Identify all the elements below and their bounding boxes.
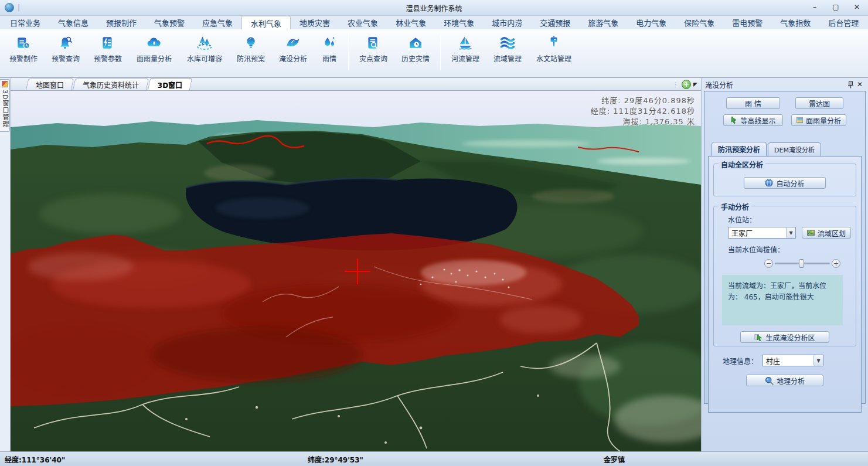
pin-icon[interactable] — [846, 80, 855, 89]
add-tab-button[interactable]: + — [682, 80, 691, 89]
left-dock-strip: 3D窗口管理 — [0, 78, 11, 451]
menu-item-agriculture[interactable]: 农业气象 — [339, 16, 387, 29]
manual-analysis-group: 手动分析 水位站： 王家厂 ▼ 流域区划 当 — [713, 206, 856, 346]
panel-title: 淹没分析 — [705, 80, 846, 90]
tool-rain-condition[interactable]: 雨情 — [314, 33, 345, 63]
tool-river-management[interactable]: 河流管理 — [444, 33, 486, 63]
auto-analysis-button[interactable]: 自动分析 — [744, 177, 826, 189]
hydro-station-icon — [545, 34, 563, 52]
status-longitude: 经度:111°36'40" — [5, 454, 65, 464]
tab-weather-history-stats[interactable]: 气象历史资料统计 — [73, 79, 149, 90]
tab-3d-window[interactable]: 3D窗口 — [148, 78, 193, 90]
menu-item-weather-info[interactable]: 气象信息 — [49, 16, 97, 29]
bulb-icon — [242, 34, 260, 52]
basin-zoning-button[interactable]: 流域区划 — [802, 227, 851, 239]
tab-flood-plan-analysis[interactable]: 防汛预案分析 — [712, 142, 767, 156]
3d-window-manager-tab[interactable]: 3D窗口管理 — [0, 79, 10, 132]
tab-dropdown-arrow-icon[interactable]: ◤ — [693, 81, 697, 87]
latitude-readout: 纬度: 29度46分0.898秒 — [591, 96, 695, 106]
document-edit-icon — [15, 34, 32, 52]
menu-item-insurance[interactable]: 保险气象 — [675, 16, 723, 29]
3d-map-view[interactable]: 纬度: 29度46分0.898秒 经度: 111度31分42.618秒 海拔: … — [11, 91, 701, 451]
tab-dem-flood-analysis[interactable]: DEM淹没分析 — [768, 142, 821, 156]
chevron-down-icon[interactable]: ▼ — [813, 355, 823, 366]
window-manager-icon — [2, 81, 8, 87]
tool-hydro-station-management[interactable]: 水文站管理 — [529, 33, 579, 63]
document-tab-bar: 地图窗口 气象历史资料统计 3D窗口 ⋮ + ◤ — [11, 78, 701, 91]
station-combo-value: 王家厂 — [729, 228, 786, 238]
radar-chart-button[interactable]: 雷达图 — [795, 97, 843, 109]
reservoir-trees-icon — [196, 34, 213, 52]
menu-item-warning[interactable]: 气象预警 — [145, 16, 193, 29]
geo-info-label: 地理信息： — [723, 356, 758, 366]
menu-item-admin[interactable]: 后台管理 — [819, 16, 867, 29]
menu-item-power[interactable]: 电力气象 — [627, 16, 675, 29]
contour-display-button[interactable]: 等高线显示 — [723, 114, 783, 126]
tool-warning-params[interactable]: 预警参数 — [87, 33, 129, 63]
water-level-label: 当前水位海拔值： — [728, 244, 851, 254]
tool-warning-query[interactable]: 预警查询 — [45, 33, 87, 63]
analysis-tab-bar: 防汛预案分析 DEM淹没分析 — [712, 142, 865, 156]
close-button[interactable]: ✕ — [850, 3, 863, 12]
menu-item-forecast[interactable]: 预报制作 — [97, 16, 145, 29]
status-town: 金罗镇 — [604, 454, 625, 464]
magnifier-icon — [765, 376, 774, 385]
ribbon-toolbar: 预警制作 预警查询 预警参数 面雨量分析 — [0, 29, 868, 78]
map-crosshair-marker — [345, 258, 370, 284]
menu-item-urban-flood[interactable]: 城市内涝 — [483, 16, 531, 29]
maximize-button[interactable]: ▢ — [829, 3, 842, 12]
tool-warning-create[interactable]: 预警制作 — [2, 33, 45, 63]
water-level-slider[interactable]: − + — [764, 259, 840, 268]
house-history-icon — [407, 34, 424, 52]
status-latitude: 纬度:29°49'53" — [308, 454, 363, 464]
panel-close-icon[interactable]: ✕ — [855, 80, 864, 89]
menu-item-traffic[interactable]: 交通预报 — [531, 16, 579, 29]
generate-flood-zone-button[interactable]: 生成淹没分析区 — [740, 331, 829, 343]
toolbar-separator — [348, 34, 349, 70]
menu-item-forestry[interactable]: 林业气象 — [387, 16, 435, 29]
menu-item-emergency[interactable]: 应急气象 — [193, 16, 241, 29]
menu-item-environment[interactable]: 环境气象 — [435, 16, 483, 29]
tool-basin-management[interactable]: 流域管理 — [486, 33, 529, 63]
altitude-readout: 海拔: 1,376.35 米 — [591, 117, 695, 127]
tool-reservoir-capacity[interactable]: 水库可增容 — [179, 33, 230, 63]
station-combo[interactable]: 王家厂 ▼ — [728, 227, 796, 239]
bell-search-icon — [57, 34, 74, 52]
rain-condition-button[interactable]: 雨 情 — [726, 97, 780, 109]
flood-plan-tab-content: 自动全区分析 自动分析 手动分析 水位站： — [708, 156, 862, 413]
title-bar: | 澧县业务制作系统 – ▢ ✕ — [0, 0, 868, 16]
sailboat-icon — [457, 34, 474, 52]
globe-icon — [765, 179, 773, 187]
tool-history-disaster[interactable]: 历史灾情 — [394, 33, 437, 63]
auto-analysis-group: 自动全区分析 自动分析 — [713, 164, 856, 196]
toolbar-group-disaster: 灾点查询 历史灾情 — [352, 33, 437, 63]
area-rain-analysis-button[interactable]: 面雨量分析 — [791, 114, 846, 126]
coordinate-readout: 纬度: 29度46分0.898秒 经度: 111度31分42.618秒 海拔: … — [591, 96, 695, 127]
slider-plus-button[interactable]: + — [832, 259, 840, 268]
minimize-button[interactable]: – — [808, 3, 821, 12]
tab-map-window[interactable]: 地图窗口 — [26, 79, 74, 90]
geo-info-combo[interactable]: 村庄 ▼ — [763, 355, 823, 366]
menu-item-geology[interactable]: 地质灾害 — [291, 16, 339, 29]
green-cursor-icon — [730, 116, 737, 124]
tool-disaster-point-query[interactable]: 灾点查询 — [352, 33, 394, 63]
menu-item-lightning[interactable]: 雷电预警 — [723, 16, 771, 29]
chevron-down-icon[interactable]: ▼ — [786, 227, 795, 238]
slider-thumb[interactable] — [799, 259, 804, 268]
geo-analysis-button[interactable]: 地理分析 — [746, 375, 823, 386]
panel-content-box: 雨 情 雷达图 等高线显示 面雨量分析 防汛预案分析 DEM淹没分析 — [704, 91, 866, 404]
tool-area-rain-analysis[interactable]: 面雨量分析 — [129, 33, 179, 63]
menu-item-index[interactable]: 气象指数 — [771, 16, 819, 29]
menu-bar: 日常业务 气象信息 预报制作 气象预警 应急气象 水利气象 地质灾害 农业气象 … — [0, 16, 868, 29]
slider-minus-button[interactable]: − — [764, 259, 773, 268]
document-params-icon — [99, 34, 117, 52]
generate-cursor-icon — [754, 334, 763, 341]
tool-flood-plan[interactable]: 防汛预案 — [230, 33, 272, 63]
toolbar-separator — [440, 34, 441, 70]
menu-item-hydrology[interactable]: 水利气象 — [241, 16, 291, 29]
tool-flood-analysis[interactable]: 淹没分析 — [272, 33, 314, 63]
slider-track[interactable] — [775, 263, 830, 264]
longitude-readout: 经度: 111度31分42.618秒 — [591, 106, 695, 117]
menu-item-tourism[interactable]: 旅游气象 — [579, 16, 627, 29]
menu-item-daily[interactable]: 日常业务 — [1, 16, 49, 29]
